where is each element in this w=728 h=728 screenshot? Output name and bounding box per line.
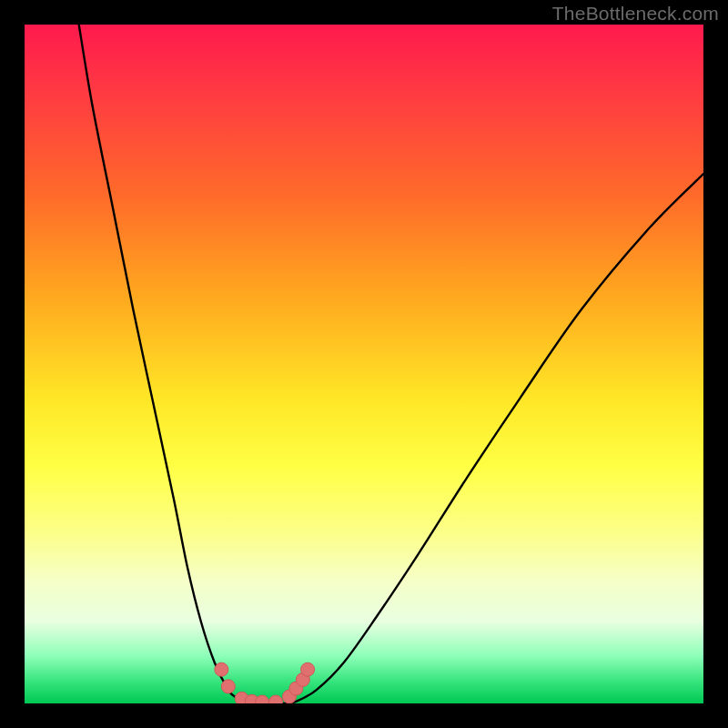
marker-group (215, 662, 315, 703)
curve-left-branch (79, 25, 249, 703)
data-marker (221, 680, 235, 693)
chart-stage: TheBottleneck.com (0, 0, 728, 728)
data-marker (256, 695, 269, 703)
data-marker (215, 662, 228, 676)
data-marker (269, 695, 283, 703)
curve-layer (25, 25, 703, 703)
data-marker (301, 662, 315, 676)
plot-area (25, 25, 703, 703)
curve-right-branch (282, 174, 703, 703)
watermark-text: TheBottleneck.com (552, 3, 719, 25)
